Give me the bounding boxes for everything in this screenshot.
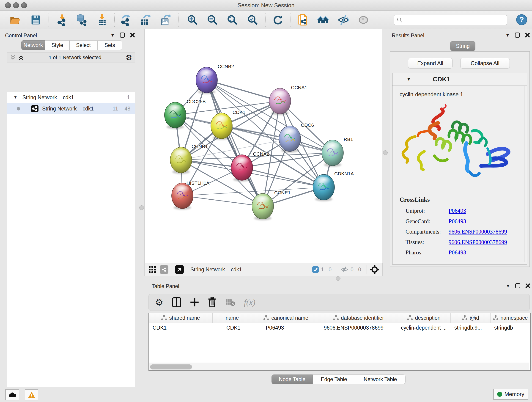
graphics-details-eye-slash-icon[interactable]: [337, 14, 349, 26]
crosslink-value[interactable]: P06493: [449, 249, 466, 255]
column-header-canonical-name[interactable]: canonical name: [252, 313, 320, 323]
control-panel-menu-icon[interactable]: ▼: [110, 33, 115, 37]
export-image-icon[interactable]: [160, 14, 172, 26]
cell-database-identifier[interactable]: 9606.ENSP00000378699: [320, 323, 397, 333]
tab-network-table[interactable]: Network Table: [355, 375, 405, 384]
tab-edge-table[interactable]: Edge Table: [313, 375, 355, 384]
warnings-button[interactable]: [25, 389, 38, 400]
table-row[interactable]: CDK1CDK1P064939606.ENSP00000378699cyclin…: [149, 323, 530, 333]
footer-separator: [367, 265, 367, 274]
crosslink-value[interactable]: P06493: [449, 218, 466, 224]
birds-eye-view-icon[interactable]: [175, 265, 184, 274]
network-edge-CCNB2-CCNE1[interactable]: [207, 80, 263, 206]
network-node-CDC25B[interactable]: CDC25B: [165, 99, 206, 129]
expand-all-button[interactable]: Expand All: [408, 58, 452, 69]
crosslinks-list: Uniprot:P06493GeneCard:P06493Compartment…: [405, 206, 524, 258]
network-edge-CCNA2-CDKN1A[interactable]: [242, 167, 324, 187]
export-network-icon[interactable]: [120, 14, 132, 26]
tab-style[interactable]: Style: [45, 40, 70, 50]
selected-checkbox-icon[interactable]: [312, 266, 319, 273]
hidden-eye-icon[interactable]: [341, 266, 348, 273]
delete-table-icon[interactable]: [225, 298, 235, 306]
cell-canonical-name[interactable]: P06493: [252, 323, 320, 333]
column-header-namespace[interactable]: namespace: [491, 313, 530, 323]
import-network-database-icon[interactable]: [75, 14, 87, 26]
zoom-selected-icon[interactable]: [247, 14, 259, 26]
cell-shared-name[interactable]: CDK1: [149, 323, 213, 333]
crosslink-value[interactable]: 9606.ENSP00000378699: [449, 229, 507, 235]
tab-node-table[interactable]: Node Table: [272, 375, 313, 384]
help-button[interactable]: ?: [516, 14, 527, 26]
column-header-database-identifier[interactable]: database identifier: [320, 313, 397, 323]
column-header-shared-name[interactable]: shared name: [149, 313, 213, 323]
show-columns-icon[interactable]: [172, 297, 181, 307]
zoom-out-icon[interactable]: [206, 14, 218, 26]
network-canvas[interactable]: CCNB2 CCNA1 CDC25B CDK1 CDC6: [144, 29, 382, 263]
network-share-view-icon[interactable]: [160, 265, 168, 274]
column-header-id[interactable]: @id: [451, 313, 491, 323]
save-session-icon[interactable]: [30, 14, 42, 26]
results-panel-menu-icon[interactable]: ▼: [505, 33, 510, 37]
tab-network[interactable]: Network: [21, 40, 45, 50]
network-edge-CCNB2-CCNA1[interactable]: [207, 80, 280, 101]
grid-view-icon[interactable]: [148, 265, 157, 274]
table-panel-menu-icon[interactable]: ▼: [506, 284, 510, 288]
network-node-RB1[interactable]: RB1: [322, 137, 353, 167]
welcome-houses-icon[interactable]: [317, 14, 329, 26]
column-header-description[interactable]: description: [397, 313, 451, 323]
open-session-icon[interactable]: [9, 14, 21, 26]
import-network-file-icon[interactable]: [56, 14, 68, 26]
copy-networks-icon[interactable]: [297, 14, 309, 26]
network-node-CCNA1[interactable]: CCNA1: [269, 85, 307, 115]
memory-button[interactable]: Memory: [493, 389, 528, 400]
cell-description[interactable]: cyclin-dependent ...: [397, 323, 451, 333]
control-panel-float-button[interactable]: [120, 32, 125, 38]
zoom-fit-icon[interactable]: [226, 14, 238, 26]
results-panel-float-button[interactable]: [515, 32, 520, 38]
tab-string[interactable]: String: [450, 41, 475, 51]
crosslink-value[interactable]: P06493: [449, 208, 466, 214]
toolbar-search-field[interactable]: [394, 15, 507, 25]
crosslink-value[interactable]: 9606.ENSP00000378699: [449, 239, 507, 245]
table-hscrollbar-track[interactable]: [149, 363, 529, 370]
control-panel-close-icon[interactable]: [130, 32, 135, 38]
results-panel-close-icon[interactable]: [525, 32, 530, 38]
cloud-status-button[interactable]: [5, 389, 19, 400]
network-options-gear-icon[interactable]: ⚙: [126, 54, 132, 61]
network-node-CDKN1A[interactable]: CDKN1A: [313, 171, 354, 201]
zoom-in-icon[interactable]: [186, 14, 198, 26]
table-settings-gear-icon[interactable]: ⚙: [155, 298, 163, 307]
export-table-icon[interactable]: [140, 14, 152, 26]
function-builder-button[interactable]: f(x): [244, 298, 255, 307]
collapse-all-icon[interactable]: [9, 54, 16, 61]
table-panel-float-button[interactable]: [515, 283, 520, 288]
gene-section-header[interactable]: ▼ CDK1: [393, 73, 527, 86]
refresh-view-icon[interactable]: [272, 14, 284, 26]
tab-select[interactable]: Select: [70, 40, 97, 50]
cell-name[interactable]: CDK1: [213, 323, 252, 333]
network-node-CDC6[interactable]: CDC6: [279, 122, 314, 153]
delete-column-icon[interactable]: [208, 297, 216, 307]
network-tree-item-row[interactable]: String Network – cdk1 11 48: [7, 103, 135, 114]
section-expander-icon[interactable]: ▼: [407, 77, 411, 82]
search-input[interactable]: [404, 17, 504, 23]
table-hscrollbar-thumb[interactable]: [150, 364, 192, 370]
network-node-HIST1H1A[interactable]: HIST1H1A: [172, 180, 209, 210]
network-edge-HIST1H1A-CCNE1[interactable]: [182, 196, 263, 206]
tree-expander-icon[interactable]: ▼: [13, 95, 17, 100]
left-splitter-handle[interactable]: [139, 205, 144, 210]
tab-sets[interactable]: Sets: [97, 40, 122, 50]
network-node-CCNB2[interactable]: CCNB2: [196, 64, 234, 94]
network-graph[interactable]: CCNB2 CCNA1 CDC25B CDK1 CDC6: [145, 29, 382, 263]
table-panel-close-icon[interactable]: [525, 283, 530, 288]
cell-id[interactable]: stringdb:9...: [451, 323, 491, 333]
import-table-icon[interactable]: [96, 14, 108, 26]
expand-all-icon[interactable]: [18, 54, 25, 61]
eye-disabled-icon[interactable]: [357, 14, 369, 26]
cell-namespace[interactable]: stringdb: [491, 323, 530, 333]
collapse-all-button[interactable]: Collapse All: [460, 58, 510, 69]
fit-selection-crosshair-icon[interactable]: [370, 265, 379, 274]
network-tree-root-row[interactable]: ▼ String Network – cdk1 1: [7, 92, 135, 103]
column-header-name[interactable]: name: [213, 313, 252, 323]
add-column-icon[interactable]: [190, 298, 199, 307]
